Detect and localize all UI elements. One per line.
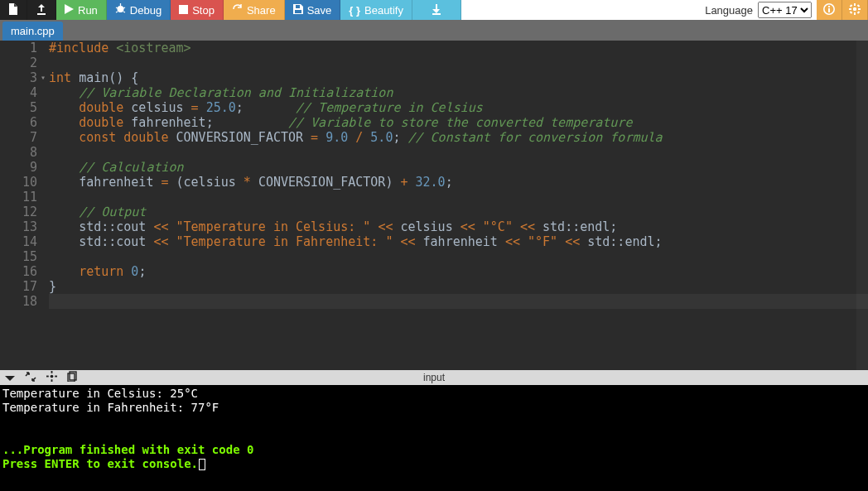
braces-icon: { } xyxy=(349,4,360,17)
console-cursor xyxy=(199,459,205,470)
info-icon xyxy=(823,3,835,17)
gutter-line: 15 xyxy=(0,249,37,264)
svg-rect-20 xyxy=(55,376,57,378)
code-line[interactable]: // Variable Declaration and Initializati… xyxy=(49,85,868,100)
svg-point-16 xyxy=(51,375,54,378)
svg-rect-17 xyxy=(51,371,53,373)
stop-button[interactable]: Stop xyxy=(171,0,224,20)
scrollbar[interactable] xyxy=(856,41,868,370)
save-button[interactable]: Save xyxy=(285,0,341,20)
tab-main-cpp[interactable]: main.cpp xyxy=(2,22,63,41)
code-line[interactable]: // Calculation xyxy=(49,160,868,175)
gutter-line: 12 xyxy=(0,205,37,219)
beautify-button[interactable]: { } Beautify xyxy=(340,0,412,20)
collapse-icon[interactable] xyxy=(0,370,20,385)
code-line[interactable]: std::cout << "Temperature in Celsius: " … xyxy=(49,219,868,234)
svg-rect-8 xyxy=(854,3,856,6)
code-line[interactable]: double celsius = 25.0; // Temperature in… xyxy=(49,100,868,115)
gutter-line: 16 xyxy=(0,264,37,279)
gutter-line: 3▾ xyxy=(0,70,37,85)
debug-label: Debug xyxy=(130,4,162,17)
svg-rect-14 xyxy=(850,11,853,14)
svg-rect-2 xyxy=(296,5,300,8)
code-line[interactable] xyxy=(49,55,868,70)
svg-rect-3 xyxy=(295,10,301,13)
upload-icon xyxy=(36,3,47,17)
svg-point-7 xyxy=(853,7,856,10)
gutter-line: 17 xyxy=(0,279,37,294)
svg-rect-13 xyxy=(857,4,861,7)
console-toolbar: input xyxy=(0,370,868,385)
gutter-line: 11 xyxy=(0,190,37,205)
code-line[interactable] xyxy=(49,145,868,160)
svg-point-0 xyxy=(117,6,123,12)
save-label: Save xyxy=(307,4,332,17)
download-button[interactable] xyxy=(412,0,461,20)
code-line[interactable]: const double CONVERSION_FACTOR = 9.0 / 5… xyxy=(49,130,868,145)
run-button[interactable]: Run xyxy=(56,0,107,20)
tab-bar: main.cpp xyxy=(0,20,868,41)
svg-rect-12 xyxy=(850,4,853,7)
copy-output-icon[interactable] xyxy=(62,370,83,385)
file-icon xyxy=(8,3,18,17)
console-line: Temperature in Fahrenheit: 77°F xyxy=(2,401,866,415)
share-button[interactable]: Share xyxy=(224,0,285,20)
console-line xyxy=(2,415,866,429)
debug-button[interactable]: Debug xyxy=(107,0,171,20)
gutter-line: 5 xyxy=(0,100,37,115)
code-editor[interactable]: 123▾456789101112131415161718 #include <i… xyxy=(0,41,868,370)
info-button[interactable] xyxy=(817,0,842,20)
share-label: Share xyxy=(247,4,276,17)
console-line: Temperature in Celsius: 25°C xyxy=(2,387,866,401)
gutter-line: 2 xyxy=(0,55,37,70)
language-select[interactable]: C++ 17 xyxy=(758,2,812,18)
code-line[interactable]: #include <iostream> xyxy=(49,41,868,55)
gutter-line: 13 xyxy=(0,219,37,234)
gutter-line: 7 xyxy=(0,130,37,145)
code-line[interactable]: std::cout << "Temperature in Fahrenheit:… xyxy=(49,234,868,249)
code-line[interactable] xyxy=(49,249,868,264)
gutter-line: 9 xyxy=(0,160,37,175)
new-file-button[interactable] xyxy=(0,0,27,20)
gutter-line: 10 xyxy=(0,175,37,190)
settings-button[interactable] xyxy=(842,0,868,20)
save-icon xyxy=(293,4,303,17)
console-input-label: input xyxy=(423,372,445,383)
svg-rect-10 xyxy=(849,8,851,10)
gutter-line: 14 xyxy=(0,234,37,249)
code-line[interactable] xyxy=(49,294,868,309)
expand-icon[interactable] xyxy=(20,370,41,385)
code-area[interactable]: #include <iostream>int main() { // Varia… xyxy=(44,41,868,370)
language-area: Language C++ 17 xyxy=(700,0,817,20)
code-line[interactable]: return 0; xyxy=(49,264,868,279)
console-line: ...Program finished with exit code 0 xyxy=(2,443,866,457)
svg-rect-9 xyxy=(854,12,856,15)
main-toolbar: Run Debug Stop Share Save { } Beautify L… xyxy=(0,0,868,20)
code-line[interactable]: int main() { xyxy=(49,70,868,85)
gutter-line: 1 xyxy=(0,41,37,55)
svg-rect-15 xyxy=(857,11,861,14)
svg-rect-6 xyxy=(828,6,830,7)
svg-rect-19 xyxy=(46,376,49,378)
share-icon xyxy=(232,3,243,17)
gutter-line: 6 xyxy=(0,115,37,130)
console-line: Press ENTER to exit console. xyxy=(2,457,866,471)
run-label: Run xyxy=(78,4,98,17)
gutter-line: 8 xyxy=(0,145,37,160)
code-line[interactable]: double fahrenheit; // Variable to store … xyxy=(49,115,868,130)
code-line[interactable]: fahrenheit = (celsius * CONVERSION_FACTO… xyxy=(49,175,868,190)
console-output[interactable]: Temperature in Celsius: 25°CTemperature … xyxy=(0,385,868,491)
upload-button[interactable] xyxy=(27,0,56,20)
code-line[interactable] xyxy=(49,190,868,205)
svg-rect-1 xyxy=(179,5,188,14)
code-line[interactable]: } xyxy=(49,279,868,294)
console-settings-icon[interactable] xyxy=(41,370,62,385)
svg-rect-5 xyxy=(828,8,830,12)
language-label: Language xyxy=(705,4,753,17)
console-line xyxy=(2,429,866,443)
gutter-line: 4 xyxy=(0,85,37,100)
download-icon xyxy=(431,3,442,17)
code-line[interactable]: // Output xyxy=(49,205,868,219)
stop-label: Stop xyxy=(192,4,215,17)
play-icon xyxy=(65,4,74,17)
